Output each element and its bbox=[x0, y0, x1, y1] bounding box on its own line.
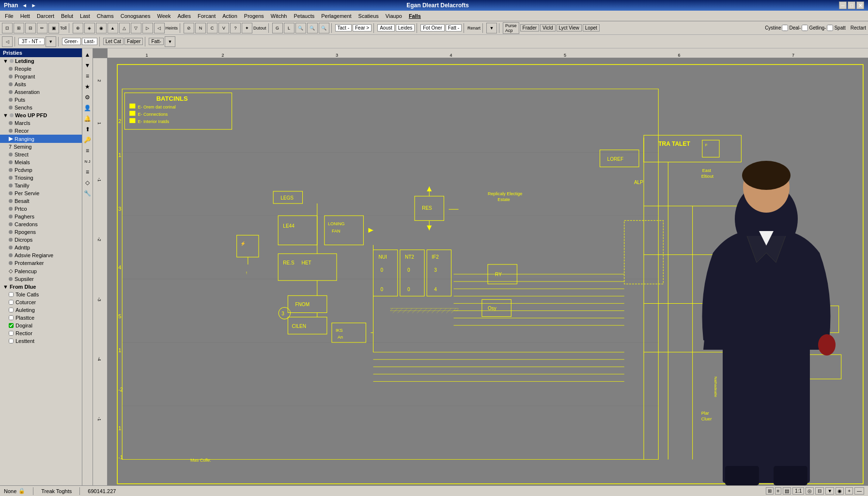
tb-comer[interactable]: ⊞ bbox=[14, 23, 24, 33]
status-zoom-btn[interactable]: 1:1 bbox=[792, 487, 804, 495]
menu-file[interactable]: File bbox=[2, 12, 16, 20]
sidebar-group-weo[interactable]: ▼ Weo UP PFD bbox=[0, 111, 82, 119]
menu-hett[interactable]: Hett bbox=[17, 12, 33, 20]
menu-petaucts[interactable]: Petaucts bbox=[291, 12, 317, 20]
status-zoom-minus-btn[interactable]: — bbox=[854, 487, 864, 495]
sidebar-item-rpogens[interactable]: Rpogens bbox=[0, 228, 82, 236]
greer-label[interactable]: Greer- bbox=[62, 38, 81, 45]
tb-dropdown[interactable]: ▼ bbox=[486, 23, 497, 33]
sidebar-scroll-up[interactable]: ▲ bbox=[83, 50, 92, 59]
tb-tri1[interactable]: ▲ bbox=[108, 23, 118, 33]
tb-proport[interactable]: ▣ bbox=[48, 23, 59, 33]
getling-check[interactable] bbox=[802, 25, 808, 31]
sidebar-bell-icon[interactable]: 🔔 bbox=[83, 114, 92, 123]
sidebar-star-icon[interactable]: ★ bbox=[83, 82, 92, 91]
fatt-btn[interactable]: Fatt - bbox=[446, 24, 462, 31]
fatt2-label[interactable]: Fatt- bbox=[149, 38, 164, 45]
sidebar-item-marcls[interactable]: Marcls bbox=[0, 119, 82, 127]
sidebar-gear-icon[interactable]: ⚙ bbox=[83, 93, 92, 102]
sidebar-item-reople[interactable]: Reople bbox=[0, 65, 82, 73]
sidebar-list-icon[interactable]: ≡ bbox=[83, 72, 92, 80]
menu-adles[interactable]: Adles bbox=[174, 12, 194, 20]
sidebar-item-recor[interactable]: Recor bbox=[0, 127, 82, 135]
tb-vaty[interactable]: V bbox=[218, 23, 229, 33]
menu-conogsanes[interactable]: Conogsanes bbox=[118, 12, 154, 20]
sidebar-item-prtco[interactable]: Prtco bbox=[0, 205, 82, 213]
sidebar-diamond-icon[interactable]: ◇ bbox=[83, 178, 92, 187]
let-cat-label[interactable]: Let Cat bbox=[103, 38, 124, 45]
titlebar-nav-fwd[interactable]: ► bbox=[31, 2, 36, 8]
sidebar-lines-icon[interactable]: ≡ bbox=[83, 168, 92, 176]
sidebar-item-strect[interactable]: Strect bbox=[0, 151, 82, 158]
fot-oner-btn[interactable]: Fot Oner bbox=[420, 24, 444, 31]
status-dropdown-btn[interactable]: ▼ bbox=[825, 487, 834, 495]
tb2-btn1[interactable]: ◁ bbox=[2, 36, 13, 47]
menu-progens[interactable]: Progens bbox=[241, 12, 267, 20]
canvas-area[interactable]: 1 2 3 4 5 6 7 2 1 -1 -2 -3 -4 -1 bbox=[93, 48, 868, 485]
sidebar-item-besalt[interactable]: Besalt bbox=[0, 197, 82, 205]
vicld-btn[interactable]: Vicld bbox=[540, 24, 556, 31]
tole-catls-checkbox[interactable] bbox=[9, 292, 14, 297]
menu-belut[interactable]: Belut bbox=[58, 12, 76, 20]
purse-btn[interactable]: PurseAcp bbox=[503, 22, 519, 34]
sidebar-key-icon[interactable]: 🔑 bbox=[83, 136, 92, 144]
sidebar-group-letding[interactable]: ▼ Letding bbox=[0, 57, 82, 65]
sidebar-group-from-dlue[interactable]: ▼ From Dlue bbox=[0, 283, 82, 291]
menu-last[interactable]: Last bbox=[77, 12, 93, 20]
coturcer-checkbox[interactable] bbox=[9, 300, 14, 305]
sidebar-item-per-servie[interactable]: Per Servie bbox=[0, 189, 82, 197]
falper-label[interactable]: Falper bbox=[124, 38, 143, 45]
sidebar-item-lesttent[interactable]: Lesttent bbox=[0, 337, 82, 345]
minimize-button[interactable]: ─ bbox=[839, 1, 847, 9]
leides-btn[interactable]: Leides bbox=[396, 24, 415, 31]
close-button[interactable]: ✕ bbox=[856, 1, 864, 9]
sidebar-user-icon[interactable]: 👤 bbox=[83, 104, 92, 112]
sidebar-item-senchs[interactable]: Senchs bbox=[0, 104, 82, 111]
plasttce-checkbox[interactable] bbox=[9, 315, 14, 320]
tb-tri5[interactable]: ◁ bbox=[154, 23, 165, 33]
tb-tri2[interactable]: △ bbox=[119, 23, 130, 33]
tb-pncilies[interactable]: ✏ bbox=[37, 23, 47, 33]
auleting-checkbox[interactable] bbox=[9, 308, 14, 312]
dogiral-checkbox[interactable] bbox=[9, 323, 14, 328]
sidebar-item-palencup[interactable]: ◇ Palencup bbox=[0, 267, 82, 275]
sidebar-item-auleting[interactable]: Auleting bbox=[0, 306, 82, 314]
menu-witchh[interactable]: Witchh bbox=[268, 12, 290, 20]
last2-label[interactable]: Last- bbox=[82, 38, 97, 45]
tb2-fatt-drop[interactable]: ▼ bbox=[165, 36, 175, 47]
sidebar-wrench-icon[interactable]: 🔧 bbox=[83, 189, 92, 198]
tb-tri4[interactable]: ▷ bbox=[142, 23, 153, 33]
titlebar-nav-back[interactable]: ◄ bbox=[22, 2, 27, 8]
menu-action[interactable]: Action bbox=[219, 12, 240, 20]
sidebar-item-protemarker[interactable]: Protemarker bbox=[0, 259, 82, 267]
status-table-btn[interactable]: ▤ bbox=[783, 487, 791, 495]
tb-descondid[interactable]: ⊘ bbox=[184, 23, 194, 33]
status-plus-btn[interactable]: + bbox=[845, 487, 853, 495]
sidebar-item-progrant[interactable]: Progrant bbox=[0, 73, 82, 80]
status-center-btn[interactable]: ◎ bbox=[806, 487, 814, 495]
sidebar-item-ranging[interactable]: ▶ Ranging bbox=[0, 135, 82, 143]
status-minus-btn[interactable]: ⊟ bbox=[815, 487, 824, 495]
menu-week[interactable]: Week bbox=[154, 12, 173, 20]
maximize-button[interactable]: □ bbox=[848, 1, 855, 9]
tb-new[interactable]: ✦ bbox=[242, 23, 252, 33]
sidebar-item-asits[interactable]: Asits bbox=[0, 80, 82, 88]
spatt-check[interactable] bbox=[827, 25, 833, 31]
sidebar-item-paghers[interactable]: Paghers bbox=[0, 213, 82, 220]
tb-neto[interactable]: N bbox=[195, 23, 206, 33]
lopet-btn[interactable]: Lopet bbox=[583, 24, 600, 31]
sidebar-item-plasttce[interactable]: Plasttce bbox=[0, 314, 82, 322]
menu-scatieus[interactable]: Scatieus bbox=[356, 12, 382, 20]
tb-search3[interactable]: 🔍 bbox=[319, 23, 329, 33]
tb-help[interactable]: ? bbox=[230, 23, 241, 33]
aoust-btn[interactable]: Aoust bbox=[377, 24, 395, 31]
status-circle-btn[interactable]: ◉ bbox=[836, 487, 844, 495]
sidebar-item-coturcer[interactable]: Coturcer bbox=[0, 298, 82, 306]
sidebar-item-dicrops[interactable]: Dicrops bbox=[0, 236, 82, 244]
sidebar-item-pcdvnp[interactable]: Pcdvnp bbox=[0, 166, 82, 174]
sidebar-item-puts[interactable]: Puts bbox=[0, 96, 82, 104]
sidebar-item-adnttp[interactable]: Adnttp bbox=[0, 244, 82, 251]
sidebar-item-seming[interactable]: 7 Seming bbox=[0, 143, 82, 151]
tb-vides[interactable]: ◉ bbox=[96, 23, 107, 33]
sidebar-item-tanilly[interactable]: Tanilly bbox=[0, 182, 82, 189]
